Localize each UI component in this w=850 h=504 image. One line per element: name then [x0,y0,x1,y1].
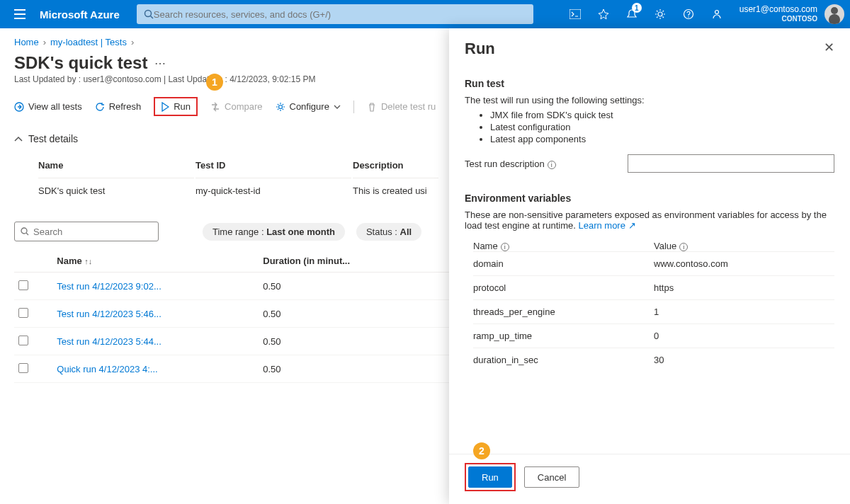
row-checkbox[interactable] [18,280,28,290]
time-range-filter[interactable]: Time range : Last one month [203,223,345,241]
svg-point-9 [21,228,27,234]
user-email: user1@contoso.com [740,4,817,14]
run-duration: 0.50 [259,273,465,300]
close-icon[interactable]: ✕ [824,40,834,55]
chevron-right-icon: › [43,37,46,47]
col-checkbox [14,250,52,273]
annotation-2: 2 [473,442,490,459]
runs-search[interactable] [14,222,159,241]
status-filter[interactable]: Status : All [356,223,421,241]
svg-point-6 [715,11,718,14]
env-var-name: threads_per_engine [473,307,654,317]
settings-icon[interactable] [646,0,674,28]
row-checkbox[interactable] [18,336,28,345]
list-item: JMX file from SDK's quick test [490,110,834,120]
env-var-value: 1 [654,307,834,317]
global-search-input[interactable] [154,9,526,20]
tenant-label: CONTOSO [740,14,817,24]
col-name: Name [38,153,194,176]
feedback-icon[interactable] [703,0,731,28]
notifications-icon[interactable]: 1 [618,0,646,28]
test-details-table: Name Test ID Description SDK's quick tes… [37,151,440,205]
env-var-row: domainwww.contoso.com [473,251,834,275]
compare-button[interactable]: Compare [210,101,262,112]
panel-run-button[interactable]: Run [468,466,512,488]
delete-test-run-button[interactable]: Delete test ru [367,101,436,112]
search-icon [21,227,29,236]
cloud-shell-icon[interactable] [561,0,589,28]
chevron-right-icon: › [131,37,134,47]
info-icon[interactable]: i [501,243,509,251]
env-var-value: 30 [654,355,834,365]
toolbar-divider [353,101,354,113]
env-var-name: protocol [473,282,654,293]
col-run-name[interactable]: Name ↑↓ [52,250,259,273]
env-var-name: ramp_up_time [473,331,654,341]
list-item: Latest configuration [490,122,834,132]
env-var-value: 0 [654,331,834,341]
list-item: Latest app components [490,134,834,144]
env-var-row: protocolhttps [473,275,834,299]
env-var-row: ramp_up_time0 [473,323,834,348]
run-name-link[interactable]: Test run 4/12/2023 5:44... [57,336,161,347]
run-button[interactable]: Run [154,97,198,116]
env-var-name: domain [473,258,654,269]
global-search[interactable] [137,4,533,24]
table-row: SDK's quick test my-quick-test-id This i… [38,178,438,203]
copilot-icon[interactable] [589,0,618,28]
col-testid: Test ID [196,153,351,176]
run-duration: 0.50 [259,300,465,328]
env-var-row: threads_per_engine1 [473,299,834,323]
learn-more-link[interactable]: Learn more ↗ [578,220,635,231]
env-vars-intro: These are non-sensitive parameters expos… [465,210,834,231]
row-checkbox[interactable] [18,308,28,318]
annotation-1: 1 [206,74,223,91]
run-test-intro: The test will run using the following se… [465,95,834,105]
refresh-button[interactable]: Refresh [95,101,142,112]
hamburger-menu-icon[interactable] [6,0,34,28]
search-icon [144,9,154,19]
more-actions-icon[interactable]: ⋯ [154,57,166,70]
run-name-link[interactable]: Test run 4/12/2023 9:02... [57,281,161,292]
view-all-tests-button[interactable]: View all tests [14,101,82,112]
chevron-down-icon [334,105,341,109]
svg-line-1 [150,16,153,19]
top-bar: Microsoft Azure 1 user1@contoso.com CONT… [0,0,850,28]
svg-point-8 [278,105,282,108]
configure-dropdown[interactable]: Configure [276,101,341,112]
env-var-name: duration_in_sec [473,355,654,365]
test-run-desc-input[interactable] [628,154,834,173]
env-var-value: https [654,282,834,293]
panel-title: Run [465,40,495,58]
info-icon[interactable]: i [548,161,556,169]
chevron-up-icon [14,136,23,142]
svg-rect-2 [570,9,581,19]
test-run-desc-label: Test run descriptioni [465,159,620,169]
settings-list: JMX file from SDK's quick testLatest con… [490,110,834,144]
user-block[interactable]: user1@contoso.com CONTOSO [740,4,817,24]
run-duration: 0.50 [259,328,465,355]
col-duration[interactable]: Duration (in minut... [259,250,465,273]
svg-point-3 [658,12,662,16]
brand-label: Microsoft Azure [40,8,120,21]
row-checkbox[interactable] [18,363,28,373]
col-desc: Description [353,153,438,176]
help-icon[interactable] [674,0,703,28]
run-duration: 0.50 [259,355,465,383]
sort-icon: ↑↓ [84,257,92,265]
runs-search-input[interactable] [33,227,152,237]
env-var-value: www.contoso.com [654,258,834,269]
breadcrumb-home[interactable]: Home [14,37,39,47]
run-name-link[interactable]: Quick run 4/12/2023 4:... [57,364,157,374]
svg-line-10 [26,233,28,235]
panel-cancel-button[interactable]: Cancel [524,466,579,488]
run-panel: Run ✕ Run test The test will run using t… [449,28,850,504]
run-name-link[interactable]: Test run 4/12/2023 5:46... [57,309,161,319]
page-title: SDK's quick test [14,53,147,73]
notification-badge: 1 [632,3,642,13]
svg-point-0 [144,11,151,17]
env-col-value: Valuei [654,241,834,251]
avatar[interactable] [824,4,844,24]
breadcrumb-resource[interactable]: my-loadtest | Tests [50,37,127,47]
info-icon[interactable]: i [679,243,688,251]
